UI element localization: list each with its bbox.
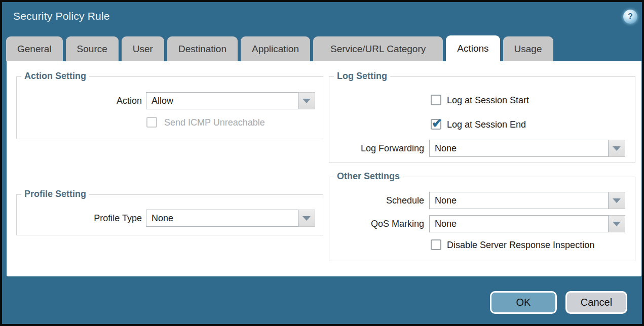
qos-marking-dropdown-value[interactable]: None [429,215,609,232]
content-panel: Action Setting Action Allow Send ICMP Un… [7,61,641,276]
action-setting-section: Action Setting Action Allow Send ICMP Un… [16,76,323,139]
profile-type-dropdown: None [146,210,315,227]
qos-marking-dropdown: None [429,215,625,232]
send-icmp-checkbox [146,117,157,128]
log-session-start-checkbox[interactable] [431,95,441,105]
action-dropdown-button[interactable] [298,92,315,109]
action-setting-legend: Action Setting [21,71,89,82]
security-policy-rule-dialog: Security Policy Rule ? General Source Us… [0,0,644,326]
chevron-down-icon [613,222,621,226]
tab-actions[interactable]: Actions [446,35,500,64]
send-icmp-label: Send ICMP Unreachable [164,117,265,129]
cancel-button[interactable]: Cancel [565,291,627,314]
tab-source[interactable]: Source [66,36,119,61]
tab-service-url-category[interactable]: Service/URL Category [313,36,443,61]
log-forwarding-dropdown-value[interactable]: None [429,140,609,157]
tab-general[interactable]: General [6,36,63,61]
log-forwarding-dropdown-button[interactable] [609,140,625,157]
chevron-down-icon [302,216,311,221]
tab-bar: General Source User Destination Applicat… [6,35,553,64]
dsri-checkbox[interactable] [431,239,441,250]
chevron-down-icon [613,198,621,203]
profile-type-label: Profile Type [17,210,142,227]
log-forwarding-label: Log Forwarding [329,140,424,157]
qos-marking-dropdown-button[interactable] [609,215,625,232]
other-settings-section: Other Settings Schedule None QoS Marking… [329,177,635,261]
tab-usage[interactable]: Usage [503,36,553,61]
page-title: Security Policy Rule [13,10,110,22]
ok-button[interactable]: OK [490,291,557,314]
tab-destination[interactable]: Destination [167,36,238,61]
qos-marking-label: QoS Marking [329,215,424,232]
schedule-dropdown: None [429,192,625,209]
profile-setting-legend: Profile Setting [21,189,89,199]
log-setting-legend: Log Setting [334,71,390,82]
action-dropdown: Allow [146,92,315,109]
schedule-dropdown-button[interactable] [609,192,625,209]
check-icon: ✔ [432,116,442,131]
tab-application[interactable]: Application [241,36,310,61]
log-session-end-label: Log at Session End [447,119,526,131]
schedule-label: Schedule [329,192,424,209]
profile-type-dropdown-button[interactable] [298,210,315,227]
other-settings-legend: Other Settings [334,171,403,182]
action-label: Action [17,92,142,109]
schedule-dropdown-value[interactable]: None [429,192,609,209]
help-icon[interactable]: ? [623,10,637,24]
action-dropdown-value[interactable]: Allow [146,92,298,109]
profile-setting-section: Profile Setting Profile Type None [16,194,323,235]
chevron-down-icon [613,146,621,151]
log-setting-section: Log Setting Log at Session Start ✔ Log a… [329,76,635,162]
log-forwarding-dropdown: None [429,140,625,157]
log-session-end-checkbox[interactable]: ✔ [431,119,441,130]
chevron-down-icon [302,99,311,103]
profile-type-dropdown-value[interactable]: None [146,210,298,227]
log-session-start-label: Log at Session Start [447,95,529,106]
tab-user[interactable]: User [122,36,164,61]
dsri-label: Disable Server Response Inspection [447,239,594,251]
